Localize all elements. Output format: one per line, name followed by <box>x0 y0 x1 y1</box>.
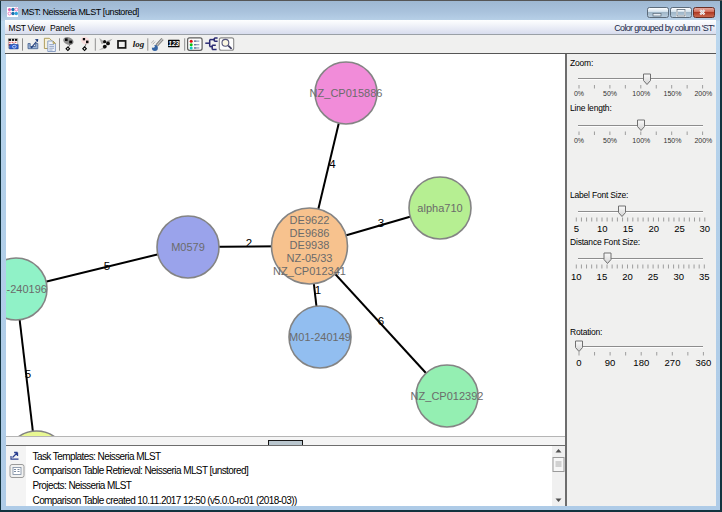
svg-text:log: log <box>133 39 145 49</box>
svg-text:123: 123 <box>168 40 179 47</box>
